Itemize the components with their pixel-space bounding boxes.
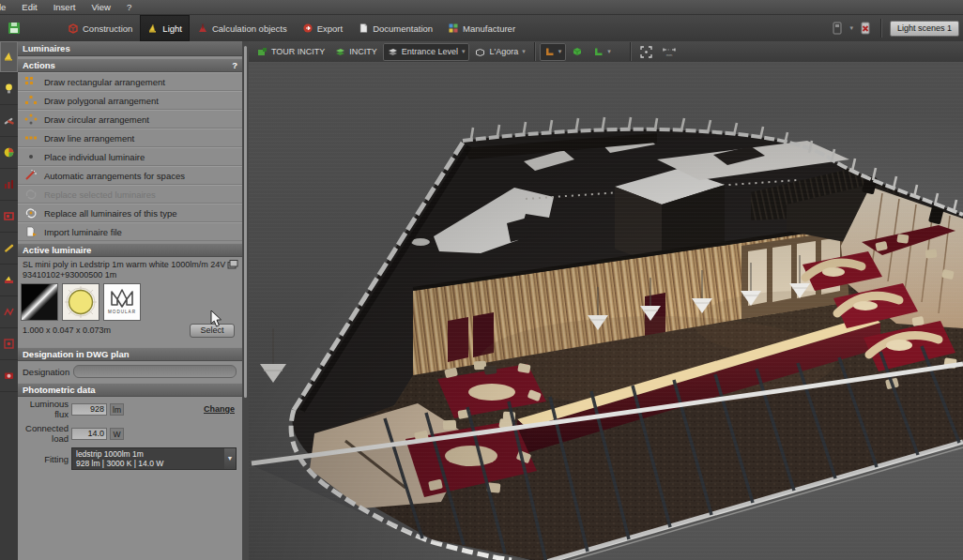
replace-all-icon bbox=[24, 207, 38, 219]
site-icon bbox=[257, 47, 268, 57]
fitting-dropdown[interactable]: ledstrip 1000lm 1m 928 lm | 3000 K | 14.… bbox=[71, 447, 237, 470]
tab-light[interactable]: Light bbox=[140, 15, 190, 41]
polygonal-arrangement-icon bbox=[24, 95, 38, 106]
action-label: Draw line arrangement bbox=[44, 133, 134, 144]
action-label: Draw rectangular arrangement bbox=[44, 77, 165, 87]
action-draw-rectangular-arrangement[interactable]: Draw rectangular arrangement bbox=[18, 72, 242, 91]
scene-3d[interactable]: 3D rendering of hotel entrance level: da… bbox=[249, 62, 963, 560]
tool-wiring-icon[interactable] bbox=[0, 296, 18, 328]
change-link[interactable]: Change bbox=[204, 404, 235, 414]
building-button[interactable]: INCITY bbox=[330, 43, 382, 61]
storey-selector-label: Entrance Level bbox=[402, 47, 458, 56]
action-draw-line-arrangement[interactable]: Draw line arrangement bbox=[18, 129, 242, 147]
light-scene-icon[interactable] bbox=[830, 21, 845, 36]
chevron-down-icon[interactable]: ▾ bbox=[849, 24, 853, 32]
tab-calculation-objects[interactable]: Calculation objects bbox=[190, 15, 295, 41]
connected-load-unit: W bbox=[110, 428, 124, 440]
action-automatic-arrangements[interactable]: Automatic arrangements for spaces bbox=[18, 166, 242, 185]
viewport-3d[interactable]: 3D rendering of hotel entrance level: da… bbox=[249, 62, 963, 560]
view-3d-button[interactable] bbox=[567, 43, 588, 61]
view-plan-green-button[interactable]: ▾ bbox=[588, 43, 616, 61]
action-place-individual-luminaire[interactable]: Place individual luminaire bbox=[18, 147, 242, 166]
cube-3d-icon bbox=[572, 46, 583, 57]
panel-splitter[interactable] bbox=[242, 41, 249, 560]
rectangular-arrangement-icon bbox=[24, 76, 38, 87]
tool-spaces-icon[interactable] bbox=[0, 201, 18, 233]
action-label: Automatic arrangements for spaces bbox=[44, 171, 185, 181]
brand-logo-thumbnail[interactable]: MODULAR bbox=[103, 283, 141, 321]
tab-label: Calculation objects bbox=[212, 23, 287, 34]
action-import-luminaire-file[interactable]: Import luminaire file bbox=[18, 222, 242, 241]
tab-documentation[interactable]: Documentation bbox=[350, 15, 440, 41]
tab-label: Export bbox=[317, 23, 343, 34]
action-label: Draw polygonal arrangement bbox=[44, 96, 159, 106]
tab-construction[interactable]: Construction bbox=[60, 15, 140, 41]
fitting-label: Fitting bbox=[23, 454, 69, 464]
designation-label: Designation bbox=[23, 367, 69, 377]
light-scenes-button[interactable]: Light scenes 1 bbox=[890, 21, 959, 37]
tool-maintenance-icon[interactable] bbox=[0, 105, 18, 137]
plan-green-icon bbox=[593, 47, 604, 57]
chevron-down-icon: ▾ bbox=[607, 48, 611, 55]
menu-edit[interactable]: Edit bbox=[22, 2, 37, 12]
tab-manufacturer[interactable]: Manufacturer bbox=[440, 15, 523, 41]
site-button-label: TOUR INCITY bbox=[271, 47, 325, 56]
tool-charts-icon[interactable] bbox=[0, 169, 18, 201]
tool-lamps-icon[interactable] bbox=[0, 73, 18, 105]
svg-text:mm: mm bbox=[665, 53, 672, 57]
connected-load-row: Connected load 14.0 W bbox=[18, 421, 242, 446]
connected-load-input[interactable]: 14.0 bbox=[71, 428, 107, 440]
catalog-window-icon[interactable] bbox=[227, 260, 238, 269]
magic-wand-icon bbox=[24, 170, 38, 181]
menu-insert[interactable]: Insert bbox=[54, 2, 76, 12]
designation-input[interactable] bbox=[73, 365, 237, 378]
site-button[interactable]: TOUR INCITY bbox=[252, 43, 329, 61]
tool-luminaires-icon[interactable] bbox=[0, 41, 18, 73]
zoom-fit-button[interactable] bbox=[635, 43, 657, 61]
menu-view[interactable]: View bbox=[91, 2, 110, 12]
tool-colors-icon[interactable] bbox=[0, 137, 18, 169]
plan-view-button[interactable]: ▾ bbox=[540, 43, 567, 61]
action-draw-polygonal-arrangement[interactable]: Draw polygonal arrangement bbox=[18, 91, 242, 110]
chevron-down-icon[interactable]: ▼ bbox=[224, 448, 236, 469]
fitting-row: Fitting ledstrip 1000lm 1m 928 lm | 3000… bbox=[18, 446, 242, 472]
menu-file[interactable]: File bbox=[0, 2, 6, 12]
active-luminaire-header: Active luminaire bbox=[18, 243, 242, 257]
menu-help[interactable]: ? bbox=[127, 2, 131, 12]
photometric-header: Photometric data bbox=[18, 383, 242, 397]
tool-views-icon[interactable] bbox=[0, 360, 18, 392]
active-luminaire-name: SL mini poly in Ledstrip 1m warm white 1… bbox=[18, 257, 242, 280]
designation-header: Designation in DWG plan bbox=[18, 347, 242, 361]
action-replace-all-luminaires[interactable]: Replace all luminaires of this type bbox=[18, 204, 242, 222]
construction-icon bbox=[68, 23, 79, 34]
tool-measure-points-icon[interactable] bbox=[0, 328, 18, 360]
tab-export[interactable]: Export bbox=[295, 15, 350, 41]
delete-light-scene-icon[interactable] bbox=[858, 21, 873, 36]
import-file-icon bbox=[24, 226, 38, 237]
tool-luminaire-layout-icon[interactable] bbox=[0, 265, 18, 296]
actions-header: Actions ? bbox=[18, 58, 242, 72]
photometric-header-label: Photometric data bbox=[23, 384, 96, 396]
calculation-objects-icon bbox=[197, 23, 208, 34]
application-window: File Edit Insert View ? Construction bbox=[0, 0, 963, 560]
tool-group-strip bbox=[0, 41, 19, 560]
storey-icon bbox=[388, 47, 398, 57]
luminaire-photo-thumbnail[interactable] bbox=[21, 283, 58, 321]
zoom-fit-icon bbox=[640, 46, 652, 58]
storey-selector[interactable]: Entrance Level ▾ bbox=[383, 43, 470, 61]
photometric-diagram-thumbnail[interactable] bbox=[62, 283, 99, 321]
scrollbar[interactable] bbox=[244, 46, 247, 398]
fitting-value-line1: ledstrip 1000lm 1m bbox=[76, 449, 222, 459]
help-icon[interactable]: ? bbox=[232, 59, 237, 71]
save-icon[interactable] bbox=[7, 21, 22, 36]
action-draw-circular-arrangement[interactable]: Draw circular arrangement bbox=[18, 110, 242, 129]
luminaires-panel: Luminaires Actions ? Draw rectangular ar… bbox=[18, 41, 242, 560]
export-icon bbox=[302, 23, 313, 34]
manufacturer-icon bbox=[448, 23, 459, 34]
plan-view-icon bbox=[544, 47, 555, 57]
measure-button[interactable]: mm bbox=[658, 43, 680, 61]
tool-settings-icon[interactable] bbox=[0, 233, 18, 265]
space-selector[interactable]: L'Agora ▾ bbox=[470, 43, 529, 61]
luminous-flux-unit: lm bbox=[110, 403, 124, 416]
luminous-flux-input[interactable]: 928 bbox=[71, 403, 107, 416]
